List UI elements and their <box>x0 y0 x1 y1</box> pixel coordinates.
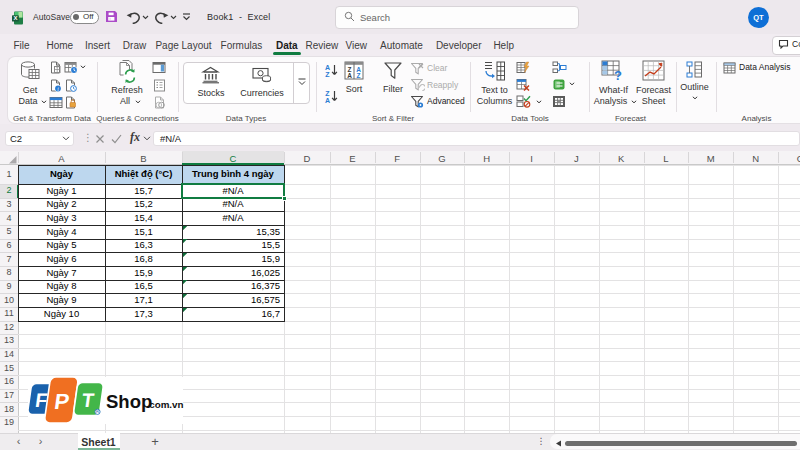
svg-text:A: A <box>347 72 352 79</box>
svg-text:Z: Z <box>357 72 361 79</box>
svg-text:R: R <box>96 409 99 414</box>
svg-text:?: ? <box>614 68 622 82</box>
svg-text:Z: Z <box>325 71 330 78</box>
svg-text:A: A <box>325 64 330 71</box>
svg-text:.com.vn: .com.vn <box>147 399 184 410</box>
svg-text:Shop: Shop <box>106 391 152 412</box>
svg-text:A: A <box>325 97 330 104</box>
svg-text:X: X <box>13 15 17 21</box>
svg-text:Z: Z <box>325 90 330 97</box>
